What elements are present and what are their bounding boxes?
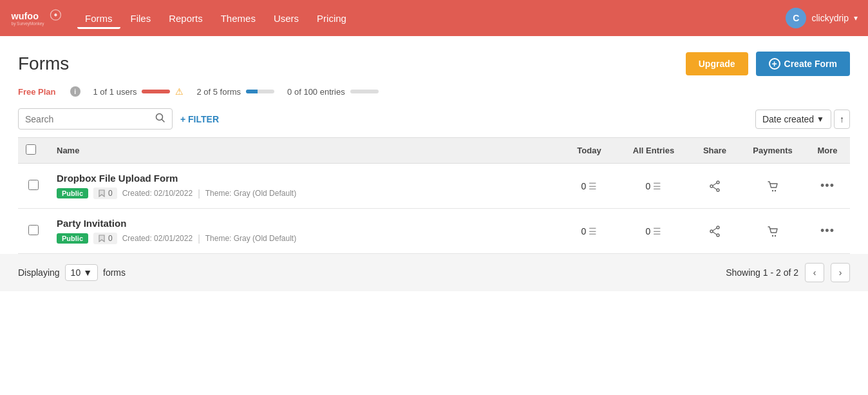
forms-suffix-label: forms <box>103 267 126 278</box>
svg-line-9 <box>713 187 717 189</box>
bookmark-icon <box>98 189 106 197</box>
share-cell <box>689 209 741 254</box>
per-page-chevron-icon: ▼ <box>83 267 92 278</box>
entries-count: 0 ☰ <box>626 226 681 236</box>
create-form-label: Create Form <box>784 59 837 69</box>
bookmark-icon <box>98 235 106 242</box>
share-button[interactable] <box>697 180 733 193</box>
form-meta: Public 0 Created: 02/10/2022 | Theme: Gr… <box>57 188 552 199</box>
form-name[interactable]: Party Invitation <box>57 218 552 229</box>
bookmark-badge: 0 <box>93 188 117 199</box>
share-icon <box>708 180 721 193</box>
today-count-cell: 0 ☰ <box>560 209 618 254</box>
table-row: Dropbox File Upload Form Public 0 Create… <box>18 164 850 209</box>
share-cell <box>689 164 741 209</box>
share-icon <box>708 225 721 238</box>
form-created: Created: 02/10/2022 <box>122 189 193 198</box>
next-page-button[interactable]: › <box>831 263 850 282</box>
svg-point-13 <box>717 234 719 236</box>
select-all-checkbox[interactable] <box>26 144 36 155</box>
per-page-value: 10 <box>71 267 81 278</box>
form-name[interactable]: Dropbox File Upload Form <box>57 173 552 184</box>
payments-button[interactable] <box>748 225 797 238</box>
upgrade-button[interactable]: Upgrade <box>686 52 748 75</box>
user-menu-chevron-icon: ▾ <box>854 14 858 23</box>
svg-point-18 <box>775 235 776 236</box>
user-menu[interactable]: C clickydrip ▾ <box>786 8 858 28</box>
svg-line-16 <box>713 232 717 235</box>
create-form-button[interactable]: + Create Form <box>756 52 850 76</box>
page-content: Forms Upgrade + Create Form Free Plan i … <box>0 36 868 395</box>
separator: | <box>198 188 200 198</box>
nav-forms[interactable]: Forms <box>77 8 120 29</box>
header-payments: Payments <box>741 138 805 164</box>
nav-themes[interactable]: Themes <box>213 8 263 29</box>
logo[interactable]: wufoo by SurveyMonkey <box>10 6 62 30</box>
svg-point-14 <box>710 230 713 233</box>
search-button[interactable] <box>155 113 165 125</box>
payments-button[interactable] <box>748 180 797 193</box>
svg-point-17 <box>772 235 773 236</box>
form-theme: Theme: Gray (Old Default) <box>205 189 296 198</box>
sort-direction-button[interactable]: ↑ <box>834 110 850 129</box>
users-progress-bar <box>142 90 170 93</box>
svg-text:by SurveyMonkey: by SurveyMonkey <box>12 21 45 26</box>
top-navigation: wufoo by SurveyMonkey Forms Files Report… <box>0 0 868 36</box>
today-count-cell: 0 ☰ <box>560 164 618 209</box>
search-icon <box>155 113 165 123</box>
info-icon[interactable]: i <box>70 86 80 97</box>
svg-point-6 <box>717 189 719 191</box>
header-more: More <box>805 138 850 164</box>
payments-cell <box>741 164 805 209</box>
page-header: Forms Upgrade + Create Form <box>18 52 850 76</box>
more-cell: ••• <box>805 209 850 254</box>
prev-page-button[interactable]: ‹ <box>805 263 824 282</box>
per-page-select[interactable]: 10 ▼ <box>65 264 98 281</box>
table-header-row: Name Today All Entries Share Payments Mo… <box>18 138 850 164</box>
svg-line-8 <box>713 183 717 186</box>
nav-reports[interactable]: Reports <box>161 8 211 29</box>
entries-count-value: 0 <box>646 226 651 236</box>
filter-button[interactable]: + FILTER <box>180 114 219 124</box>
sort-select[interactable]: Date created ▼ <box>755 110 831 129</box>
display-wrap: Displaying 10 ▼ forms <box>18 264 126 281</box>
nav-pricing[interactable]: Pricing <box>309 8 354 29</box>
svg-point-5 <box>717 181 719 184</box>
search-wrap <box>18 108 173 130</box>
row-checkbox[interactable] <box>28 180 39 190</box>
more-button[interactable]: ••• <box>820 224 835 238</box>
table-row: Party Invitation Public 0 Created: 02/01… <box>18 209 850 254</box>
warning-icon: ⚠ <box>175 86 184 97</box>
row-name-cell: Dropbox File Upload Form Public 0 Create… <box>49 164 560 209</box>
bookmark-badge: 0 <box>93 233 117 244</box>
filter-bar: + FILTER Date created ▼ ↑ <box>18 108 850 137</box>
status-badge: Public <box>57 233 88 244</box>
today-count-value: 0 <box>581 181 587 191</box>
more-button[interactable]: ••• <box>820 179 835 193</box>
forms-progress-fill <box>246 90 258 93</box>
share-button[interactable] <box>697 225 733 238</box>
entries-list-icon: ☰ <box>653 226 661 236</box>
list-icon: ☰ <box>589 226 597 236</box>
entries-count-value: 0 <box>646 181 651 191</box>
user-name-label: clickydrip <box>811 13 849 23</box>
row-checkbox[interactable] <box>28 225 39 235</box>
today-count: 0 ☰ <box>568 181 610 191</box>
showing-label: Showing 1 - 2 of 2 <box>726 267 798 278</box>
header-today: Today <box>560 138 618 164</box>
nav-links: Forms Files Reports Themes Users Pricing <box>77 8 786 29</box>
today-count: 0 ☰ <box>568 226 610 236</box>
search-input[interactable] <box>25 114 155 124</box>
separator: | <box>198 233 200 244</box>
svg-point-10 <box>772 189 773 191</box>
users-progress-fill <box>142 90 170 93</box>
header-share: Share <box>689 138 741 164</box>
stats-bar: Free Plan i 1 of 1 users ⚠ 2 of 5 forms … <box>18 86 850 97</box>
nav-files[interactable]: Files <box>123 8 159 29</box>
sort-label: Date created <box>762 114 814 124</box>
entries-list-icon: ☰ <box>653 181 661 191</box>
pagination-wrap: Showing 1 - 2 of 2 ‹ › <box>726 263 850 282</box>
sort-wrap: Date created ▼ ↑ <box>755 110 850 129</box>
nav-users[interactable]: Users <box>266 8 307 29</box>
row-checkbox-cell <box>18 209 49 254</box>
